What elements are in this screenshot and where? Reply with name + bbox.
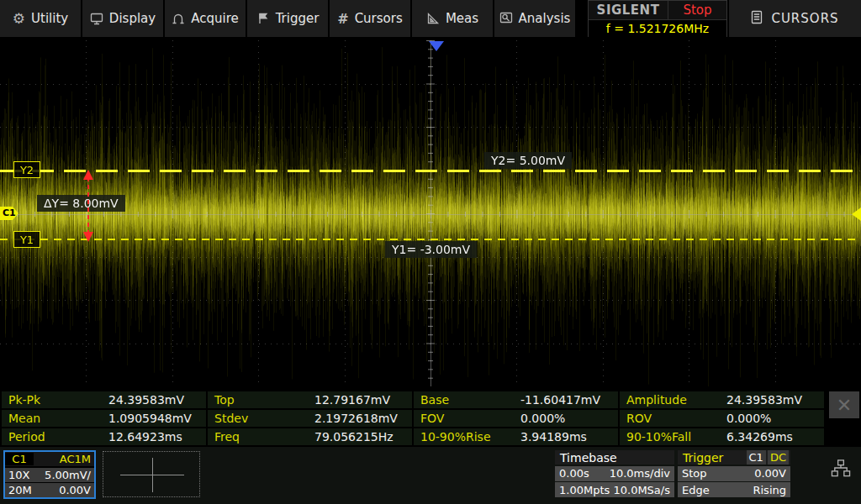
cursor-y1-handle[interactable]: Y1 (13, 231, 40, 248)
meas-rov[interactable]: ROV0.000% (620, 410, 824, 427)
crosshair-icon (152, 458, 153, 492)
channel1-scale: 5.00mV/ (45, 469, 91, 481)
menu-meas[interactable]: Meas (412, 0, 493, 37)
menu-acquire[interactable]: Acquire (165, 0, 246, 37)
channel1-descriptor-box[interactable]: C1 AC1M 10X 5.00mV/ 20M 0.00V (3, 450, 96, 499)
channel1-attenuation: 10X (8, 469, 29, 481)
active-dialog-label: CURSORS (771, 11, 838, 26)
timebase-descriptor-box[interactable]: Timebase 0.00s 10.0ms/div 1.00Mpts 10.0M… (555, 450, 674, 499)
active-dialog-title[interactable]: CURSORS (729, 0, 861, 37)
meas-base[interactable]: Base-11.60417mV (414, 391, 618, 408)
measurement-row: Mean1.0905948mV Stdev2.1972618mV FOV0.00… (2, 410, 859, 427)
empty-channel-slot[interactable] (103, 451, 200, 497)
channel1-coupling: AC1M (60, 453, 91, 465)
meas-pkpk[interactable]: Pk-Pk24.39583mV (2, 391, 206, 408)
trigger-descriptor-box[interactable]: Trigger C1 DC Stop 0.00V Edge Rising (678, 450, 790, 499)
close-icon[interactable]: ✕ (829, 391, 859, 418)
flag-icon (256, 12, 270, 25)
meas-rise[interactable]: 10-90%Rise3.94189ms (414, 428, 618, 445)
meas-fov[interactable]: FOV0.000% (414, 410, 618, 427)
cursor-y2-readout: Y2= 5.00mV (484, 152, 572, 169)
meas-amplitude[interactable]: Amplitude24.39583mV (620, 391, 824, 408)
trigger-type: Edge (682, 484, 710, 496)
clipboard-icon (751, 10, 763, 28)
measurement-row: Pk-Pk24.39583mV Top12.79167mV Base-11.60… (2, 391, 859, 408)
bottom-bar: C1 AC1M 10X 5.00mV/ 20M 0.00V Timebase 0… (0, 447, 861, 504)
ruler-triangle-icon (426, 12, 440, 25)
menu-utility[interactable]: ⚙ Utility (0, 0, 81, 37)
siglent-logo: SIGLENT (589, 1, 668, 19)
menu-meas-label: Meas (446, 11, 478, 26)
measurement-row: Period12.64923ms Freq79.056215Hz 10-90%R… (2, 428, 859, 445)
arch-icon (172, 12, 185, 25)
meas-freq[interactable]: Freq79.056215Hz (208, 428, 412, 445)
meas-stdev[interactable]: Stdev2.1972618mV (208, 410, 412, 427)
trigger-slope: Rising (753, 484, 786, 496)
trigger-frequency-readout: f = 1.521726MHz (589, 20, 726, 37)
menu-cursors-label: Cursors (355, 11, 403, 26)
network-icon[interactable] (831, 459, 851, 481)
trigger-coupling: DC (768, 450, 789, 465)
cursor-delta-arrow (82, 167, 95, 244)
menu-analysis-label: Analysis (519, 11, 571, 26)
menu-trigger[interactable]: Trigger (247, 0, 328, 37)
timebase-scale: 10.0ms/div (610, 467, 670, 480)
menu-utility-label: Utility (31, 11, 68, 26)
monitor-icon (90, 12, 103, 25)
timebase-delay: 0.00s (559, 467, 589, 480)
meas-top[interactable]: Top12.79167mV (208, 391, 412, 408)
meas-fall[interactable]: 90-10%Fall6.34269ms (620, 428, 824, 445)
hash-icon: # (337, 11, 348, 27)
trigger-delay-marker[interactable] (429, 41, 444, 51)
measurement-table: Pk-Pk24.39583mV Top12.79167mV Base-11.60… (2, 391, 859, 447)
trigger-source: C1 (747, 450, 766, 465)
cursor-y1-line[interactable] (0, 239, 861, 240)
trigger-title: Trigger (683, 451, 745, 465)
trigger-status-box: SIGLENT Stop f = 1.521726MHz (588, 0, 727, 37)
gear-icon: ⚙ (13, 12, 25, 25)
meas-period[interactable]: Period12.64923ms (2, 428, 206, 445)
cursor-y1-readout: Y1= -3.00mV (385, 241, 477, 258)
timebase-title: Timebase (560, 451, 674, 465)
channel1-offset: 0.00V (59, 484, 91, 496)
magnifier-icon (499, 12, 513, 25)
menu-analysis[interactable]: Analysis (494, 0, 575, 37)
acquisition-status: Stop (668, 1, 726, 19)
menu-cursors[interactable]: # Cursors (330, 0, 410, 37)
menu-acquire-label: Acquire (191, 11, 239, 26)
menu-display[interactable]: Display (82, 0, 163, 37)
timebase-memory: 1.00Mpts (559, 484, 610, 496)
menu-display-label: Display (109, 11, 156, 26)
trigger-status: Stop (682, 467, 707, 480)
meas-mean[interactable]: Mean1.0905948mV (2, 410, 206, 427)
oscilloscope-screen: { "menubar": { "items": [ {"label": "Uti… (0, 0, 861, 504)
waveform-canvas[interactable] (0, 40, 861, 386)
channel1-bandwidth: 20M (8, 484, 32, 496)
channel1-name: C1 (5, 453, 34, 465)
trigger-level: 0.00V (754, 467, 786, 480)
cursor-y2-line[interactable] (0, 170, 861, 172)
menu-trigger-label: Trigger (276, 11, 320, 26)
cursor-y2-handle[interactable]: Y2 (13, 161, 40, 178)
trigger-level-marker[interactable] (852, 207, 861, 221)
timebase-samplerate: 10.0MSa/s (613, 484, 670, 496)
